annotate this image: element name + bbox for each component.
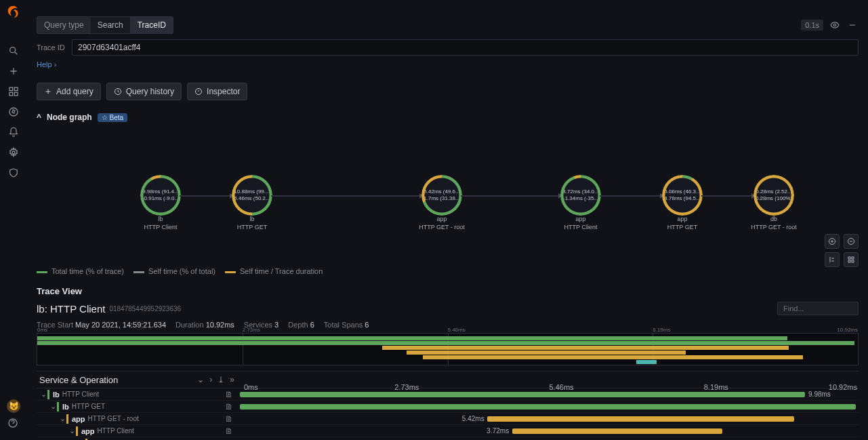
span-bar[interactable] [487, 416, 794, 422]
span-duration-label: 5.42ms [462, 415, 484, 422]
search-icon[interactable] [7, 45, 20, 57]
graph-node[interactable]: 3.72ms (34.0...-1.34ms (-35... [562, 176, 600, 214]
grafana-logo[interactable] [5, 4, 22, 20]
layout-grid-button[interactable] [844, 252, 859, 267]
svg-point-0 [10, 47, 16, 53]
node-stat-self: 1.7ms (31.38... [423, 195, 459, 202]
operation-name: HTTP GET - root [88, 415, 139, 422]
inspector-button[interactable]: Inspector [187, 83, 247, 100]
span-row[interactable]: ⌄ app HTTP GET - root 🗎5.42ms [37, 413, 859, 425]
service-name: app [72, 415, 85, 423]
node-stat-self: -1.34ms (-35... [563, 195, 598, 202]
span-row[interactable]: ⌄ lb HTTP GET 🗎 [37, 401, 859, 413]
add-query-button[interactable]: Add query [37, 83, 101, 100]
help-icon[interactable] [7, 417, 19, 429]
expand-one-icon[interactable]: › [209, 375, 212, 384]
node-label: lbHTTP Client [120, 216, 201, 231]
graph-node[interactable]: 9.98ms (91.4...-0.91ms (-9.0... [142, 176, 180, 214]
service-color-badge [76, 426, 78, 436]
span-bar[interactable] [240, 392, 805, 397]
svg-rect-14 [852, 257, 854, 259]
span-row[interactable]: ⌄ app HTTP GET 🗎5.06ms [37, 437, 859, 440]
node-label: appHTTP GET [642, 216, 723, 231]
chevron-down-icon[interactable]: ⌄ [39, 390, 47, 399]
node-stat-total: 3.72ms (34.0... [562, 188, 598, 195]
node-label: lbHTTP GET [211, 216, 293, 231]
node-stat-self: 4.78ms (94.5... [664, 195, 700, 202]
svg-point-8 [833, 24, 836, 26]
span-rows: ⌄ lb HTTP Client 🗎9.98ms⌄ lb HTTP GET 🗎⌄… [37, 388, 859, 440]
node-stat-total: 10.88ms (99.... [234, 188, 270, 195]
span-track [240, 401, 859, 412]
legend-total: Total time (% of trace) [51, 267, 124, 275]
app-sidebar: 😺 [0, 0, 27, 440]
span-row[interactable]: ⌄ app HTTP Client 🗎3.72ms [37, 425, 859, 437]
svg-rect-4 [14, 92, 18, 96]
node-graph-header[interactable]: ^ Node graph ☆ Beta [37, 113, 859, 122]
eye-icon[interactable] [829, 19, 841, 31]
zoom-in-button[interactable] [825, 234, 840, 249]
span-details-icon[interactable]: 🗎 [225, 426, 233, 436]
graph-node[interactable]: 0.28ms (2.52...0.28ms (100%) [755, 176, 793, 214]
query-history-button[interactable]: Query history [106, 83, 182, 100]
collapse-one-icon[interactable]: ⤓ [218, 375, 224, 384]
query-time: 0.1s [801, 20, 823, 31]
help-link[interactable]: Help › [37, 60, 56, 68]
chevron-up-icon: ^ [37, 113, 41, 122]
span-track: 5.06ms [240, 437, 859, 440]
chevron-down-icon[interactable]: ⌄ [49, 402, 57, 411]
avatar[interactable]: 😺 [7, 399, 20, 413]
graph-node[interactable]: 5.42ms (49.6...1.7ms (31.38... [423, 176, 461, 214]
query-type-row: Query type Search TraceID 0.1s [37, 16, 859, 34]
node-graph-title: Node graph [47, 113, 92, 122]
trace-id-label: Trace ID [37, 43, 72, 52]
service-name: lb [53, 391, 60, 399]
alert-icon[interactable] [7, 126, 20, 138]
node-stat-total: 5.06ms (46.3... [664, 188, 700, 195]
mm-tick: 0ms [37, 327, 47, 333]
legend-selftrace: Self time / Trace duration [240, 267, 323, 275]
expand-all-icon[interactable]: » [230, 375, 234, 384]
mm-tick: 5.46ms [448, 327, 466, 333]
node-graph-canvas[interactable]: 9.98ms (91.4...-0.91ms (-9.0...lbHTTP Cl… [37, 122, 859, 264]
sidebar-bottom: 😺 [7, 395, 20, 433]
graph-node[interactable]: 5.06ms (46.3...4.78ms (94.5... [663, 176, 701, 214]
chevron-down-icon[interactable]: ⌄ [68, 426, 76, 435]
trace-minimap[interactable]: 0ms 2.73ms 5.46ms 8.19ms 10.92ms [37, 333, 859, 365]
span-bar[interactable] [240, 404, 856, 409]
tab-traceid[interactable]: TraceID [131, 16, 173, 34]
span-details-icon[interactable]: 🗎 [225, 390, 233, 399]
layout-tree-button[interactable] [825, 252, 840, 267]
svg-rect-16 [852, 260, 854, 262]
service-name: lb [62, 403, 69, 411]
span-track: 5.42ms [240, 413, 859, 424]
mm-tick: 2.73ms [243, 327, 260, 333]
svg-point-6 [12, 151, 15, 154]
shield-icon[interactable] [7, 167, 20, 179]
explore-icon[interactable] [7, 106, 20, 118]
span-bar[interactable] [512, 428, 722, 434]
chevron-down-icon[interactable]: ⌄ [58, 414, 66, 423]
span-row[interactable]: ⌄ lb HTTP Client 🗎9.98ms [37, 388, 859, 401]
tab-search[interactable]: Search [91, 16, 131, 34]
find-input[interactable] [777, 302, 859, 315]
dashboards-icon[interactable] [7, 85, 20, 98]
graph-edge [701, 195, 755, 197]
service-operation-header: Service & Operation [39, 375, 118, 385]
trace-id-input[interactable] [72, 39, 859, 56]
node-stat-self: 5.46ms (50.2... [234, 195, 270, 202]
timeline-header: Service & Operation ⌄ › ⤓ » 0ms 2.73ms 5… [37, 371, 859, 388]
zoom-out-button[interactable] [844, 234, 859, 249]
span-duration-label: 9.98ms [808, 391, 831, 398]
graph-node[interactable]: 10.88ms (99....5.46ms (50.2... [233, 176, 271, 214]
trace-name: lb: HTTP Client [37, 303, 105, 315]
svg-point-5 [9, 108, 18, 116]
plus-icon[interactable] [7, 65, 20, 77]
remove-query-icon[interactable] [846, 19, 859, 31]
collapse-all-icon[interactable]: ⌄ [197, 375, 204, 384]
svg-rect-1 [9, 87, 13, 91]
span-details-icon[interactable]: 🗎 [225, 414, 233, 424]
gear-icon[interactable] [7, 146, 20, 159]
query-status: 0.1s [801, 19, 859, 31]
span-details-icon[interactable]: 🗎 [225, 402, 233, 412]
